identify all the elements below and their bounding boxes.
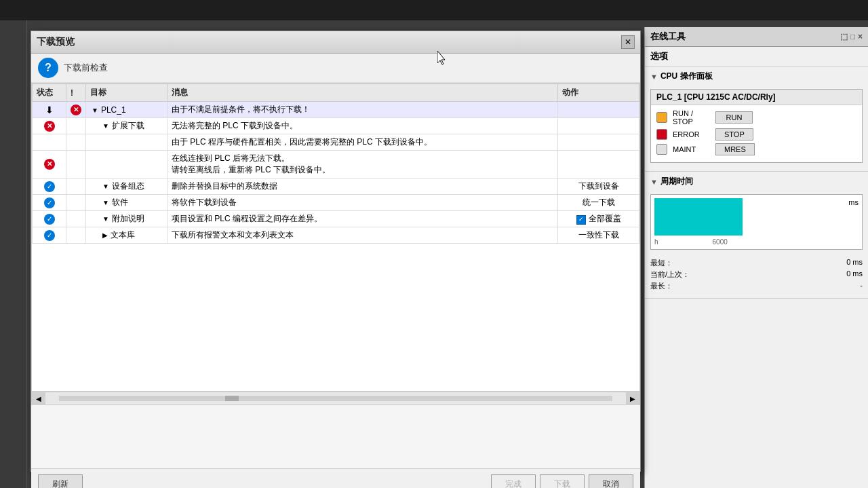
- cycle-stats: 最短： 0 ms 当前/上次： 0 ms 最长： -: [645, 255, 868, 295]
- stop-button[interactable]: STOP: [715, 128, 753, 140]
- error-row: ERROR STOP: [656, 128, 856, 140]
- info-icon: ?: [38, 58, 58, 78]
- cell-target: ▼附加说明: [86, 211, 167, 227]
- cancel-button[interactable]: 取消: [589, 474, 633, 488]
- scroll-thumb[interactable]: [225, 396, 239, 401]
- scroll-right[interactable]: ▶: [626, 392, 639, 405]
- expand-arrow-right[interactable]: ▶: [102, 231, 108, 239]
- cell-message: 在线连接到 PLC 后将无法下载。 请转至离线后，重新将 PLC 下载到设备中。: [167, 151, 558, 179]
- maint-indicator: [656, 144, 667, 155]
- info-icon-text: ?: [45, 62, 52, 74]
- cell-status: ✓: [33, 227, 66, 244]
- cell-action: 下载到设备: [558, 179, 639, 195]
- cell-message: 项目设置和 PLC 编程设置之间存在差异。: [167, 211, 558, 227]
- min-stat-row: 最短： 0 ms: [650, 258, 863, 268]
- cpu-panel-title: CPU 操作面板: [660, 71, 713, 82]
- target-text: 文本库: [111, 230, 135, 240]
- cell-target: [86, 151, 167, 179]
- cell-exclamation: [66, 118, 86, 134]
- cell-target: ▼扩展下载: [86, 118, 167, 134]
- right-panel-title: 在线工具: [650, 31, 686, 43]
- cell-exclamation: [66, 227, 86, 244]
- cell-action: [558, 102, 639, 118]
- table-wrapper: 状态 ! 目标 消息 动作 ⬇✕▼PLC_1由于不满足前提条件，将不执行下载！✕…: [31, 83, 640, 392]
- col-action: 动作: [558, 84, 639, 102]
- panel-icon-3[interactable]: ×: [858, 32, 863, 41]
- action-checkbox[interactable]: ✓: [576, 215, 586, 225]
- min-value: 0 ms: [846, 258, 863, 268]
- cell-target: [86, 134, 167, 151]
- options-label: 选项: [650, 51, 668, 61]
- cell-exclamation: [66, 211, 86, 227]
- table-row: 由于 PLC 程序与硬件配置相关，因此需要将完整的 PLC 下载到设备中。: [33, 134, 639, 151]
- finish-button[interactable]: 完成: [491, 474, 536, 488]
- dialog-close-button[interactable]: ✕: [621, 35, 635, 49]
- data-table: 状态 ! 目标 消息 动作 ⬇✕▼PLC_1由于不满足前提条件，将不执行下载！✕…: [32, 83, 639, 244]
- scroll-left[interactable]: ◀: [32, 392, 45, 405]
- target-text: 软件: [112, 198, 128, 207]
- maint-label: MAINT: [673, 145, 710, 153]
- cell-action: 统一下载: [558, 195, 639, 211]
- expand-arrow-down[interactable]: ▼: [102, 122, 109, 130]
- cell-status: ✕: [33, 151, 66, 179]
- cycle-time-title: 周期时间: [660, 176, 693, 187]
- cycle-chart: ms h 6000: [651, 195, 862, 249]
- table-row: ✓▼附加说明项目设置和 PLC 编程设置之间存在差异。✓全部覆盖: [33, 211, 639, 227]
- scroll-track[interactable]: [59, 396, 612, 401]
- options-section: 选项: [645, 47, 868, 67]
- cell-status: ✓: [33, 211, 66, 227]
- col-target: 目标: [86, 84, 167, 102]
- max-stat-row: 最长： -: [650, 281, 863, 291]
- download-status-icon: ⬇: [45, 105, 54, 115]
- expand-arrow-down[interactable]: ▼: [102, 183, 109, 190]
- expand-arrow-down[interactable]: ▼: [92, 107, 98, 114]
- cpu-controls: RUN / STOP RUN ERROR STOP MAINT MRES: [651, 105, 862, 162]
- download-preview-dialog: 下载预览 ✕ ? 下载前检查 状态 ! 目标 消息 动作: [31, 31, 641, 472]
- cell-message: 由于不满足前提条件，将不执行下载！: [167, 102, 558, 118]
- dialog-footer: 刷新 完成 下载 取消: [31, 468, 640, 488]
- dialog-subtitle: ? 下载前检查: [31, 54, 640, 83]
- current-stat-row: 当前/上次： 0 ms: [650, 269, 863, 280]
- ms-label: ms: [848, 198, 859, 206]
- current-label: 当前/上次：: [650, 269, 690, 280]
- col-message: 消息: [167, 84, 558, 102]
- check-icon: ✓: [44, 214, 55, 225]
- right-panel: 在线工具 ⬚ □ × 选项 ▼ CPU 操作面板 PLC_1 [CPU 1215…: [644, 27, 868, 488]
- cell-action: ✓全部覆盖: [558, 211, 639, 227]
- cell-action: 一致性下载: [558, 227, 639, 244]
- cell-target: ▶文本库: [86, 227, 167, 244]
- check-icon: ✓: [44, 198, 55, 208]
- expand-arrow-down[interactable]: ▼: [102, 215, 109, 223]
- table-row: ✕▼扩展下载无法将完整的 PLC 下载到设备中。: [33, 118, 639, 134]
- cycle-bar: [654, 198, 743, 236]
- panel-icon-2[interactable]: □: [850, 32, 855, 41]
- mres-button[interactable]: MRES: [715, 143, 755, 155]
- cell-action: [558, 134, 639, 151]
- dialog-title: 下载预览: [37, 36, 75, 48]
- cell-status: ⬇: [33, 102, 66, 118]
- action-text: 一致性下载: [578, 230, 619, 240]
- cpu-panel-header: PLC_1 [CPU 1215C AC/DC/Rly]: [651, 90, 862, 105]
- cell-status: ✕: [33, 118, 66, 134]
- error-indicator: [656, 129, 667, 140]
- table-container[interactable]: 状态 ! 目标 消息 动作 ⬇✕▼PLC_1由于不满足前提条件，将不执行下载！✕…: [31, 83, 640, 392]
- horizontal-scrollbar[interactable]: ◀ ▶: [31, 392, 640, 405]
- table-row: ✓▼设备组态删除并替换目标中的系统数据下载到设备: [33, 179, 639, 195]
- cell-target: ▼PLC_1: [86, 102, 167, 118]
- error-icon: ✕: [44, 159, 55, 170]
- target-text: 附加说明: [112, 214, 144, 223]
- refresh-button[interactable]: 刷新: [38, 474, 83, 488]
- action-text: 全部覆盖: [589, 214, 621, 223]
- cell-exclamation: ✕: [66, 102, 86, 118]
- cell-exclamation: [66, 179, 86, 195]
- download-button[interactable]: 下载: [540, 474, 585, 488]
- dialog-titlebar[interactable]: 下载预览 ✕: [31, 31, 640, 54]
- expand-arrow-down[interactable]: ▼: [102, 199, 109, 206]
- error-label: ERROR: [673, 130, 710, 138]
- table-row: ✓▼软件将软件下载到设备统一下载: [33, 195, 639, 211]
- min-label: 最短：: [650, 258, 673, 268]
- run-button[interactable]: RUN: [715, 111, 753, 124]
- panel-icon-1[interactable]: ⬚: [840, 32, 848, 41]
- current-value: 0 ms: [846, 269, 863, 280]
- right-panel-header: 在线工具 ⬚ □ ×: [645, 27, 868, 47]
